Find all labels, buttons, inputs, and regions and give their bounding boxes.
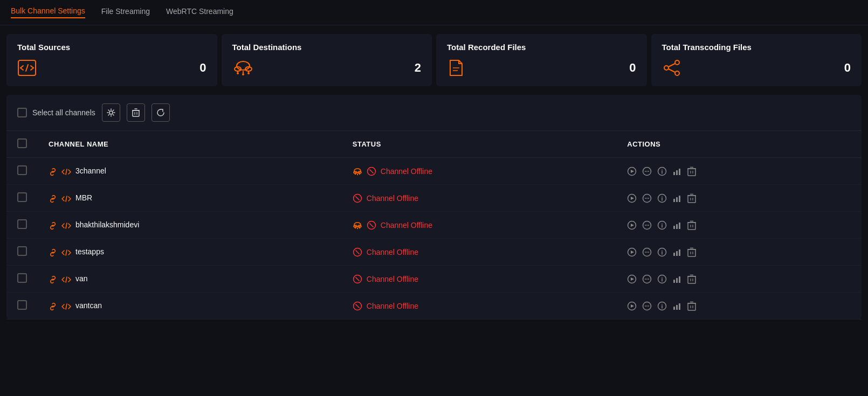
row-checkbox-5[interactable] bbox=[17, 300, 27, 310]
delete-button[interactable] bbox=[687, 301, 696, 311]
svg-point-38 bbox=[648, 171, 649, 172]
code-icon bbox=[17, 58, 37, 78]
svg-point-83 bbox=[646, 225, 647, 226]
stat-sources-value: 0 bbox=[199, 61, 206, 75]
svg-point-122 bbox=[645, 279, 646, 280]
code-tag-icon bbox=[61, 274, 71, 283]
status-text: Channel Offline bbox=[367, 194, 418, 203]
nav-file-streaming[interactable]: File Streaming bbox=[101, 7, 150, 18]
status-text: Channel Offline bbox=[381, 167, 432, 176]
chat-button[interactable] bbox=[642, 193, 652, 203]
svg-line-24 bbox=[66, 169, 67, 175]
chat-button[interactable] bbox=[642, 274, 652, 284]
status-text: Channel Offline bbox=[367, 302, 418, 310]
table-row: 3channel Channel Offline bbox=[6, 158, 862, 185]
stats-button[interactable] bbox=[672, 274, 682, 284]
status-text: Channel Offline bbox=[381, 221, 432, 230]
stats-button[interactable] bbox=[672, 247, 682, 257]
svg-rect-44 bbox=[679, 169, 680, 175]
actions-cell bbox=[627, 274, 851, 284]
svg-line-96 bbox=[66, 250, 67, 255]
link-icon bbox=[49, 166, 57, 175]
svg-point-56 bbox=[645, 198, 646, 199]
select-all-checkbox[interactable] bbox=[17, 108, 27, 117]
delete-button[interactable] bbox=[687, 193, 696, 203]
nav-webrtc-streaming[interactable]: WebRTC Streaming bbox=[166, 7, 233, 18]
svg-marker-120 bbox=[631, 277, 634, 281]
svg-rect-130 bbox=[679, 276, 680, 283]
svg-rect-91 bbox=[688, 223, 695, 230]
channel-name-cell: vantcan bbox=[49, 301, 331, 310]
svg-line-70 bbox=[66, 223, 67, 228]
stats-button[interactable] bbox=[672, 193, 682, 203]
status-text: Channel Offline bbox=[367, 248, 418, 256]
chat-button[interactable] bbox=[642, 220, 652, 230]
stat-total-destinations: Total Destinations 2 bbox=[222, 34, 432, 86]
chat-button[interactable] bbox=[642, 247, 652, 257]
svg-line-1 bbox=[26, 65, 28, 71]
stats-button[interactable] bbox=[672, 301, 682, 311]
row-checkbox-3[interactable] bbox=[17, 246, 27, 256]
svg-line-136 bbox=[66, 304, 67, 309]
info-button[interactable] bbox=[657, 166, 667, 176]
delete-button[interactable] bbox=[687, 247, 696, 257]
svg-line-98 bbox=[355, 250, 359, 254]
play-button[interactable] bbox=[627, 220, 637, 230]
info-button[interactable] bbox=[657, 193, 667, 203]
chat-button[interactable] bbox=[642, 166, 652, 176]
svg-point-124 bbox=[648, 279, 649, 280]
status-cell: Channel Offline bbox=[353, 193, 606, 203]
code-tag-icon bbox=[61, 193, 71, 202]
svg-line-52 bbox=[355, 196, 359, 200]
svg-rect-90 bbox=[679, 223, 680, 229]
svg-point-84 bbox=[648, 225, 649, 226]
row-checkbox-1[interactable] bbox=[17, 192, 27, 202]
stat-destinations-value: 2 bbox=[415, 61, 421, 75]
info-button[interactable] bbox=[657, 220, 667, 230]
svg-rect-19 bbox=[133, 110, 139, 116]
svg-point-30 bbox=[359, 173, 360, 174]
actions-cell bbox=[627, 247, 851, 257]
channel-name-text: van bbox=[75, 274, 88, 283]
info-button[interactable] bbox=[657, 301, 667, 311]
svg-line-16 bbox=[669, 64, 675, 67]
row-checkbox-4[interactable] bbox=[17, 273, 27, 283]
actions-cell bbox=[627, 301, 851, 311]
bulk-delete-button[interactable] bbox=[127, 103, 145, 122]
svg-rect-42 bbox=[673, 172, 675, 175]
stat-recorded-value: 0 bbox=[629, 61, 636, 75]
play-button[interactable] bbox=[627, 274, 637, 284]
play-button[interactable] bbox=[627, 193, 637, 203]
svg-line-138 bbox=[355, 304, 359, 308]
svg-rect-63 bbox=[676, 197, 678, 202]
play-button[interactable] bbox=[627, 166, 637, 176]
bulk-settings-button[interactable] bbox=[102, 103, 120, 122]
stat-total-transcoding: Total Transcoding Files 0 bbox=[651, 34, 862, 86]
table-row: bhakthilakshmidevi Channel Offline bbox=[6, 212, 862, 239]
delete-button[interactable] bbox=[687, 220, 696, 230]
col-status: STATUS bbox=[342, 131, 617, 158]
svg-point-37 bbox=[646, 171, 647, 172]
info-button[interactable] bbox=[657, 247, 667, 257]
play-button[interactable] bbox=[627, 301, 637, 311]
delete-button[interactable] bbox=[687, 274, 696, 284]
actions-cell bbox=[627, 166, 851, 176]
col-channel-name: CHANNEL NAME bbox=[38, 131, 342, 158]
svg-line-116 bbox=[66, 277, 67, 282]
delete-button[interactable] bbox=[687, 166, 696, 176]
stats-button[interactable] bbox=[672, 166, 682, 176]
play-button[interactable] bbox=[627, 247, 637, 257]
stats-button[interactable] bbox=[672, 220, 682, 230]
svg-rect-45 bbox=[688, 169, 695, 176]
chat-button[interactable] bbox=[642, 301, 652, 311]
nav-bulk-channel[interactable]: Bulk Channel Settings bbox=[11, 6, 85, 18]
row-checkbox-0[interactable] bbox=[17, 165, 27, 175]
code-tag-icon bbox=[61, 301, 71, 310]
table-select-all-checkbox[interactable] bbox=[17, 138, 27, 148]
svg-point-61 bbox=[662, 196, 663, 197]
bulk-refresh-button[interactable] bbox=[151, 103, 170, 122]
svg-marker-140 bbox=[631, 304, 634, 308]
info-button[interactable] bbox=[657, 274, 667, 284]
status-cell: Channel Offline bbox=[353, 220, 606, 230]
row-checkbox-2[interactable] bbox=[17, 219, 27, 229]
